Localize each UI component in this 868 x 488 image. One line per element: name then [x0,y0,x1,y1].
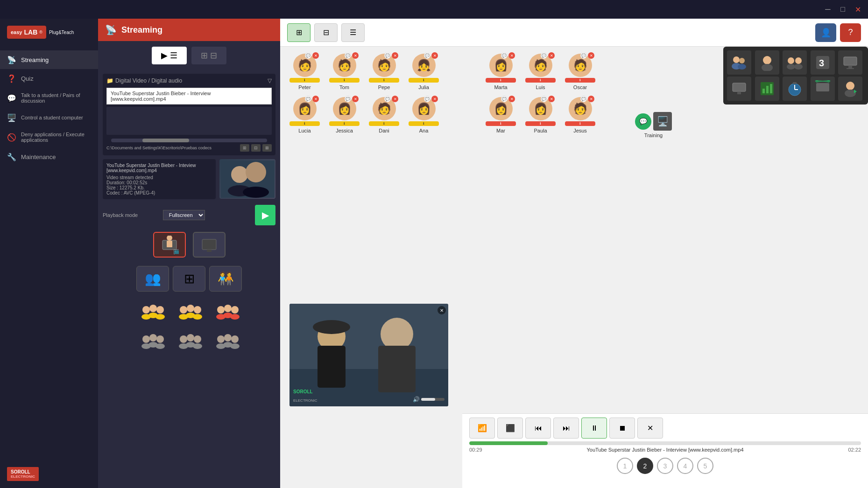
tool-pair[interactable] [783,50,807,75]
tool-screen-broadcast[interactable] [811,77,835,101]
svg-rect-7 [167,241,172,247]
transport-close-btn[interactable]: ✕ [637,418,663,439]
circle-group-red-1[interactable] [212,299,242,325]
sidebar-item-maintenance[interactable]: 🔧 Maintenance [0,147,98,166]
step-1[interactable]: 1 [617,458,633,474]
volume-control[interactable]: 🔊 [413,396,445,403]
scroll-area[interactable] [106,137,272,144]
student-dani[interactable]: ✕ 💬 🧑 ℹ Dani [369,97,399,133]
circle-group-grey-1[interactable] [137,328,167,354]
svg-point-60 [788,57,794,64]
step-5[interactable]: 5 [697,458,713,474]
student-lucia[interactable]: ✕ 💬 👩 ℹ Lucia [289,97,320,133]
circle-group-grey-2[interactable] [174,328,205,354]
student-marta[interactable]: ✕ 💬 👩 ℹ Marta [486,54,516,90]
video-thumbnail [219,159,275,199]
svg-text:3: 3 [819,58,824,68]
student-mar[interactable]: ✕ 💬 👩 ℹ Mar [486,97,516,133]
circle-group-icon-4 [139,331,165,352]
jessica-base: ℹ [329,121,360,126]
group-grid-btn[interactable]: ⊞ [173,266,205,292]
student-pepe[interactable]: ✕ 💬 🧑 ℹ Pepe [369,54,399,90]
circle-group-orange-2[interactable] [174,299,205,325]
help-btn[interactable]: ? [840,23,861,42]
tab-video-btn[interactable]: ▶ ☰ [152,47,187,64]
sidebar-item-quiz[interactable]: ❓ Quiz [0,69,98,88]
step-4[interactable]: 4 [677,458,693,474]
sidebar: easy LAB ® Plug&Teach 📡 Streaming ❓ Quiz… [0,19,98,488]
marta-close-badge: ✕ [508,52,515,59]
path-icon-1[interactable]: ⊞ [240,144,249,152]
minimize-button[interactable]: ─ [822,4,833,15]
tool-group-students[interactable] [727,50,751,75]
tool-number-3[interactable]: 3 [811,50,835,75]
tool-single-student[interactable] [755,50,779,75]
step-3[interactable]: 3 [657,458,673,474]
video-close-btn[interactable]: ✕ [438,306,446,314]
training-label: Training [644,132,663,138]
media-type-label: Digital Video / Digital audio [115,77,182,84]
media-path: C:\Documents and Settings\K\Escritorio\P… [106,144,272,152]
svg-point-35 [180,335,187,343]
sidebar-item-streaming[interactable]: 📡 Streaming [0,50,98,69]
tool-person-arrow[interactable] [838,77,862,101]
student-julia[interactable]: ✕ 💬 👧 ℹ Julia [409,54,439,90]
student-ana[interactable]: ✕ 💬 👩 ℹ Ana [409,97,439,133]
svg-point-63 [794,64,803,70]
tool-timer[interactable] [783,77,807,101]
svg-point-46 [230,343,240,349]
tool-screen-2[interactable] [727,77,751,101]
transport-wifi-btn[interactable]: 📶 [469,418,495,439]
user-account-btn[interactable]: 👤 [815,23,836,42]
transport-pause-btn[interactable]: ⏸ [581,418,607,439]
mar-base: ℹ [486,121,516,126]
tool-chart[interactable] [755,77,779,101]
view-list-btn[interactable]: ☰ [341,23,365,42]
student-jessica[interactable]: ✕ 💬 👩 ℹ Jessica [329,97,360,133]
svg-point-58 [763,56,771,64]
step-2[interactable]: 2 [637,458,653,474]
view-grid-btn[interactable]: ⊞ [287,23,311,42]
sidebar-item-control[interactable]: 🖥️ Control a student computer [0,108,98,127]
ana-speech-badge: 💬 [424,96,430,102]
sidebar-item-talk[interactable]: 💬 Talk to a student / Pairs of discussio… [0,88,98,108]
tool-screen-monitor[interactable] [838,50,862,75]
path-icon-3[interactable]: ⊠ [262,144,272,152]
svg-point-28 [230,314,240,320]
svg-point-54 [733,56,740,63]
transport-stop-btn[interactable]: ⏹ [609,418,635,439]
maximize-button[interactable]: □ [837,4,848,15]
sidebar-soroll-logo: SOROLL ELECTRONIC [0,460,98,488]
student-luis[interactable]: ✕ 💬 🧑 ℹ Luis [525,54,556,90]
student-tom[interactable]: ✕ 💬 🧑 ℹ Tom [329,54,360,90]
oscar-speech-badge: 💬 [580,52,587,59]
sidebar-item-deny[interactable]: 🚫 Deny applications / Execute applicatio… [0,127,98,147]
path-icon-2[interactable]: ⊟ [251,144,261,152]
progress-bar[interactable] [469,441,861,445]
student-peter[interactable]: ✕ 💬 🧑 ℹ Peter [289,54,320,90]
transport-screen-btn[interactable]: ⬛ [497,418,523,439]
maintenance-nav-icon: 🔧 [7,152,16,161]
transport-forward-btn[interactable]: ⏭ [553,418,579,439]
transport-rewind-btn[interactable]: ⏮ [525,418,551,439]
circle-group-grey-3[interactable] [212,328,242,354]
media-file-name[interactable]: YouTube Superstar Justin Bieber - Interv… [106,88,272,105]
view-group-btn[interactable]: ⊟ [314,23,338,42]
playback-mode-select[interactable]: Fullscreen Windowed [163,210,205,220]
group-all-btn[interactable]: 👥 [136,266,169,292]
training-icon-area[interactable]: 💬 🖥️ Training [635,112,672,138]
play-button[interactable]: ▶ [255,205,275,225]
circle-group-orange-1[interactable] [137,299,167,325]
student-oscar[interactable]: ✕ 💬 🧑 ℹ Oscar [565,54,595,90]
student-paula[interactable]: ✕ 💬 👩 ℹ Paula [525,97,556,133]
svg-point-4 [243,187,269,198]
close-button[interactable]: ✕ [852,4,863,15]
send-to-students-btn[interactable]: 📺 [153,232,186,258]
oscar-name: Oscar [573,84,587,90]
student-jesus[interactable]: ✕ 💬 🧑 ℹ Jesus [565,97,595,133]
group-select-btn[interactable]: 🧑‍🤝‍🧑 [209,266,242,292]
sidebar-nav: 📡 Streaming ❓ Quiz 💬 Talk to a student /… [0,46,98,460]
tab-screen-btn[interactable]: ⊞ ⊟ [191,47,226,64]
deny-nav-icon: 🚫 [7,132,16,142]
send-screen-btn[interactable] [193,232,226,258]
